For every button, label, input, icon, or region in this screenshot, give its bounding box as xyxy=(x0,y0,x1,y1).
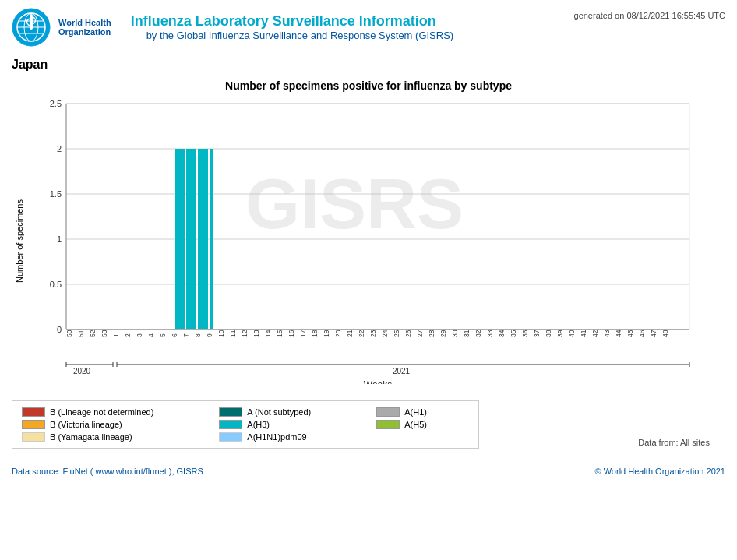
svg-text:47: 47 xyxy=(650,329,658,337)
data-from: Data from: All sites xyxy=(638,438,725,455)
svg-text:41: 41 xyxy=(580,329,587,337)
page-footer: Data source: FluNet ( www.who.int/flunet… xyxy=(12,463,725,476)
legend-color-2 xyxy=(376,407,400,417)
page-sub-title: by the Global Influenza Surveillance and… xyxy=(146,30,454,41)
svg-text:45: 45 xyxy=(626,329,634,337)
who-logo xyxy=(12,8,51,47)
svg-text:30: 30 xyxy=(451,329,459,337)
svg-text:46: 46 xyxy=(638,329,646,337)
legend-color-0 xyxy=(22,407,45,417)
svg-text:51: 51 xyxy=(77,329,85,337)
svg-text:28: 28 xyxy=(428,329,436,337)
svg-text:17: 17 xyxy=(299,329,307,337)
legend-color-5 xyxy=(376,420,400,429)
svg-text:26: 26 xyxy=(404,329,412,337)
legend-label-7: A(H1N1)pdm09 xyxy=(247,432,306,442)
footer-copyright-link[interactable]: © World Health Organization 2021 xyxy=(595,467,726,476)
svg-text:8: 8 xyxy=(194,333,202,337)
svg-text:2: 2 xyxy=(124,333,132,337)
svg-text:48: 48 xyxy=(661,329,669,337)
legend-color-1 xyxy=(219,407,242,417)
svg-text:21: 21 xyxy=(346,329,354,337)
svg-text:6: 6 xyxy=(171,333,178,337)
svg-text:22: 22 xyxy=(358,329,365,337)
svg-text:40: 40 xyxy=(568,329,576,337)
legend-section: B (Lineage not determined) A (Not subtyp… xyxy=(12,394,725,455)
svg-text:38: 38 xyxy=(545,329,552,337)
svg-text:52: 52 xyxy=(89,329,97,337)
svg-text:4: 4 xyxy=(147,333,155,337)
legend-item-1: A (Not subtyped) xyxy=(219,407,353,417)
svg-text:2020: 2020 xyxy=(73,367,91,375)
svg-text:27: 27 xyxy=(416,329,424,337)
svg-text:2021: 2021 xyxy=(393,367,411,375)
page-header: World Health Organization Influenza Labo… xyxy=(12,8,725,51)
svg-text:14: 14 xyxy=(264,329,272,337)
svg-text:42: 42 xyxy=(591,329,599,337)
svg-text:23: 23 xyxy=(369,329,377,337)
svg-text:32: 32 xyxy=(474,329,482,337)
legend-label-0: B (Lineage not determined) xyxy=(50,407,153,417)
legend-item-7: A(H1N1)pdm09 xyxy=(219,432,353,442)
legend-item-3: B (Victoria lineage) xyxy=(22,420,196,429)
svg-text:1: 1 xyxy=(57,234,62,244)
bar-week6 xyxy=(175,149,185,329)
page-main-title: Influenza Laboratory Surveillance Inform… xyxy=(131,13,454,30)
svg-text:1: 1 xyxy=(112,333,120,337)
svg-text:15: 15 xyxy=(276,329,284,337)
bar-week9 xyxy=(210,149,213,329)
legend-label-2: A(H1) xyxy=(404,407,427,417)
svg-text:37: 37 xyxy=(533,329,541,337)
footer-source-link[interactable]: Data source: FluNet ( www.who.int/flunet… xyxy=(12,467,203,476)
chart-container: Number of specimens positive for influen… xyxy=(12,79,725,386)
generated-timestamp: generated on 08/12/2021 16:55:45 UTC xyxy=(574,8,725,20)
svg-text:12: 12 xyxy=(241,329,249,337)
svg-text:0.5: 0.5 xyxy=(50,280,62,289)
svg-text:0: 0 xyxy=(57,325,62,334)
svg-text:2: 2 xyxy=(57,144,62,153)
svg-text:44: 44 xyxy=(615,329,622,337)
svg-text:10: 10 xyxy=(217,329,225,337)
chart-inner: GISRS 0 0.5 1 1.5 2 2.5 xyxy=(27,96,725,386)
svg-text:53: 53 xyxy=(100,329,108,337)
legend-color-3 xyxy=(22,420,45,429)
header-left: World Health Organization Influenza Labo… xyxy=(12,8,453,47)
svg-text:50: 50 xyxy=(65,329,73,337)
legend-label-6: B (Yamagata lineage) xyxy=(50,432,132,442)
legend-color-7 xyxy=(219,432,242,442)
legend-item-2: A(H1) xyxy=(376,407,469,417)
svg-text:33: 33 xyxy=(486,329,494,337)
svg-text:24: 24 xyxy=(381,329,389,337)
svg-text:Weeks: Weeks xyxy=(364,379,392,384)
who-name-line2: Organization xyxy=(58,27,111,37)
svg-text:7: 7 xyxy=(182,333,190,337)
legend-label-3: B (Victoria lineage) xyxy=(50,420,122,429)
bar-week7 xyxy=(186,149,196,329)
legend-label-1: A (Not subtyped) xyxy=(247,407,311,417)
svg-text:36: 36 xyxy=(521,329,529,337)
legend-item-0: B (Lineage not determined) xyxy=(22,407,196,417)
svg-text:34: 34 xyxy=(498,329,506,337)
svg-text:31: 31 xyxy=(463,329,471,337)
who-name-line1: World Health xyxy=(58,18,111,27)
svg-rect-6 xyxy=(30,14,33,30)
legend-label-4: A(H3) xyxy=(247,420,270,429)
svg-text:43: 43 xyxy=(603,329,611,337)
svg-text:GISRS: GISRS xyxy=(245,165,464,243)
svg-text:19: 19 xyxy=(323,329,330,337)
legend-label-5: A(H5) xyxy=(404,420,427,429)
legend-item-6: B (Yamagata lineage) xyxy=(22,432,196,442)
svg-text:25: 25 xyxy=(393,329,400,337)
legend-item-4: A(H3) xyxy=(219,420,353,429)
legend-item-5: A(H5) xyxy=(376,420,469,429)
svg-text:29: 29 xyxy=(439,329,447,337)
svg-text:16: 16 xyxy=(287,329,295,337)
svg-text:9: 9 xyxy=(206,333,213,337)
svg-text:5: 5 xyxy=(159,333,167,337)
y-axis-label: Number of specimens xyxy=(12,96,27,386)
chart-title: Number of specimens positive for influen… xyxy=(12,79,725,92)
bar-week8 xyxy=(198,149,208,329)
svg-text:35: 35 xyxy=(510,329,517,337)
legend-grid: B (Lineage not determined) A (Not subtyp… xyxy=(22,407,469,442)
chart-area: Number of specimens GISRS 0 0.5 xyxy=(12,96,725,386)
